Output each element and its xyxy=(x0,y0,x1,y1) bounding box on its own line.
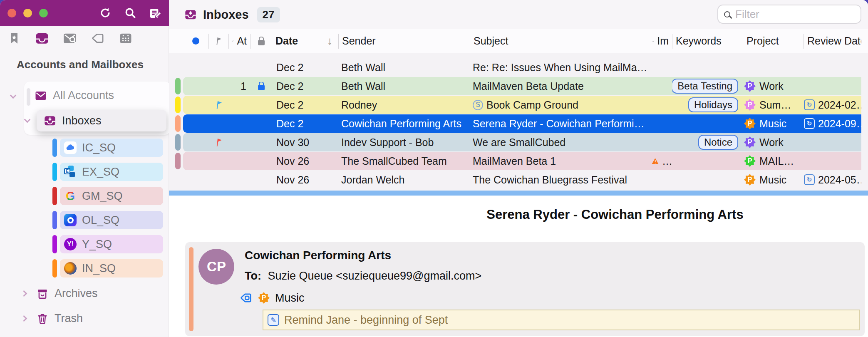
column-importance[interactable]: Im xyxy=(649,34,672,49)
cell-review-date: 2024-05… xyxy=(818,174,861,186)
sidebar-account-ex-sq[interactable]: E EX_SQ xyxy=(52,163,163,181)
column-attachment[interactable]: At xyxy=(229,34,250,49)
row-color-bar xyxy=(175,78,181,94)
gear-p-icon: P xyxy=(744,99,756,111)
tab-bookmarks[interactable] xyxy=(7,31,22,46)
message-row[interactable]: Nov 26 The SmallCubed Team MailMaven Bet… xyxy=(183,152,861,170)
tag-icon[interactable] xyxy=(239,291,253,305)
sidebar-account-in-sq[interactable]: IN_SQ xyxy=(52,259,163,278)
cell-sender: Jordan Welch xyxy=(339,174,470,186)
column-keywords[interactable]: Keywords xyxy=(672,34,743,49)
filter-field[interactable] xyxy=(717,5,861,24)
message-subject-title: Serena Ryder - Cowichan Performing Arts xyxy=(362,207,868,222)
sidebar-account-ic-sq[interactable]: IC_SQ xyxy=(52,139,163,157)
keyword-pill: Notice xyxy=(698,135,738,150)
cell-project: Work xyxy=(759,136,784,149)
sidebar-heading: Accounts and Mailboxes xyxy=(17,58,144,71)
tag-icon xyxy=(91,31,105,45)
pane-splitter[interactable] xyxy=(169,191,868,196)
message-row[interactable]: Nov 30 Indev Support - Bob We are SmallC… xyxy=(183,133,861,151)
sort-desc-icon: ↓ xyxy=(327,35,335,47)
account-color-bar xyxy=(52,163,57,181)
message-row[interactable]: Nov 26 Jordan Welch The Cowichan Bluegra… xyxy=(183,171,861,189)
column-flag[interactable] xyxy=(209,34,229,49)
cell-attachment-count: 1 xyxy=(229,80,250,92)
chevron-right-icon[interactable] xyxy=(21,315,27,322)
chevron-down-icon[interactable] xyxy=(10,92,17,99)
sidebar-item-trash[interactable]: Trash xyxy=(22,312,83,325)
mail-search-icon xyxy=(62,31,77,46)
message-project-row: P Music xyxy=(239,291,305,305)
sidebar-account-y-sq[interactable]: Y! Y_SQ xyxy=(52,235,163,253)
column-date-sorted[interactable]: Date ↓ xyxy=(272,34,339,49)
message-list-header: At Date ↓ Sender Subject Im Keywords Pro… xyxy=(169,29,868,53)
message-note-row[interactable]: ✎ Remind Jane - beginning of Sept xyxy=(263,310,860,330)
cell-review-date: 2024-09… xyxy=(818,118,861,130)
filter-input[interactable] xyxy=(734,7,855,21)
account-label: GM_SQ xyxy=(82,190,123,203)
google-icon: G xyxy=(64,190,77,202)
column-review-date[interactable]: Review Date xyxy=(804,34,861,49)
message-sender-name: Cowichan Performing Arts xyxy=(245,249,391,262)
gear-p-icon: P xyxy=(744,174,756,186)
row-color-bar xyxy=(175,97,181,113)
tab-tags[interactable] xyxy=(90,31,105,46)
cell-project: Music xyxy=(759,118,786,130)
sidebar-item-archives[interactable]: Archives xyxy=(22,287,98,300)
tab-mail-search[interactable] xyxy=(62,31,77,46)
refresh-button[interactable] xyxy=(98,6,112,20)
envelope-icon xyxy=(35,89,47,102)
page-title: Inboxes xyxy=(203,8,249,22)
icloud-icon xyxy=(64,141,77,154)
compose-button[interactable] xyxy=(148,6,162,20)
mailmaven-window: Accounts and Mailboxes All Accounts Inbo… xyxy=(0,0,868,337)
zoom-window-button[interactable] xyxy=(39,9,48,17)
cell-importance: … xyxy=(662,155,672,167)
cell-date: Nov 26 xyxy=(272,155,339,167)
sidebar-item-all-accounts[interactable]: All Accounts xyxy=(11,89,114,102)
cell-date: Dec 2 xyxy=(272,62,339,74)
cell-date: Nov 30 xyxy=(272,136,339,149)
sidebar-item-inboxes-selected[interactable]: Inboxes xyxy=(37,110,166,131)
search-icon xyxy=(724,11,730,17)
cell-date: Dec 2 xyxy=(272,118,339,130)
tab-mailboxes-active[interactable] xyxy=(35,31,50,46)
minimize-window-button[interactable] xyxy=(23,9,32,17)
chevron-right-icon[interactable] xyxy=(21,290,27,297)
message-row[interactable]: Dec 2 Beth Wall Re: Re: Issues When Usin… xyxy=(183,58,861,77)
message-row[interactable]: 1 Dec 2 Beth Wall MailMaven Beta Update … xyxy=(183,77,861,95)
account-color-bar xyxy=(52,139,57,157)
cell-subject: The Cowichan Bluegrass Festival xyxy=(470,174,649,186)
calendar-icon xyxy=(119,31,133,45)
column-lock[interactable] xyxy=(250,34,272,49)
close-window-button[interactable] xyxy=(7,9,16,17)
cell-subject: MailMaven Beta 1 xyxy=(470,155,649,167)
message-row-selected[interactable]: Dec 2 Cowichan Performing Arts Serena Ry… xyxy=(183,114,861,133)
cell-subject: Re: Re: Issues When Using MailMa… xyxy=(470,62,649,74)
lock-icon xyxy=(258,85,265,90)
inbox-tray-icon xyxy=(43,114,57,127)
message-row[interactable]: Dec 2 Rodney SBook Camp Ground Holidays … xyxy=(183,96,861,114)
compose-icon xyxy=(149,6,162,20)
column-label: Review Date xyxy=(807,35,861,47)
column-sender[interactable]: Sender xyxy=(339,34,470,49)
bookmark-icon xyxy=(7,32,21,45)
search-button[interactable] xyxy=(123,6,137,20)
sidebar-tab-bar xyxy=(7,31,133,46)
row-color-bar xyxy=(175,115,181,132)
column-label: Im xyxy=(657,35,669,47)
gear-p-icon: P xyxy=(744,155,756,167)
warning-icon xyxy=(652,36,654,46)
tab-calendar[interactable] xyxy=(118,31,133,46)
column-project[interactable]: Project xyxy=(743,34,804,49)
yahoo-icon: Y! xyxy=(64,238,77,250)
sidebar-item-label: Archives xyxy=(55,287,98,300)
cell-subject: MailMaven Beta Update xyxy=(470,80,649,92)
column-subject[interactable]: Subject xyxy=(470,34,649,49)
search-icon xyxy=(124,7,136,19)
sidebar-account-gm-sq[interactable]: G GM_SQ xyxy=(52,187,163,205)
column-unread[interactable] xyxy=(183,34,209,49)
sidebar-account-ol-sq[interactable]: OL_SQ xyxy=(52,211,163,229)
cell-project: MAIL… xyxy=(759,155,794,167)
cell-project: Music xyxy=(759,174,786,186)
